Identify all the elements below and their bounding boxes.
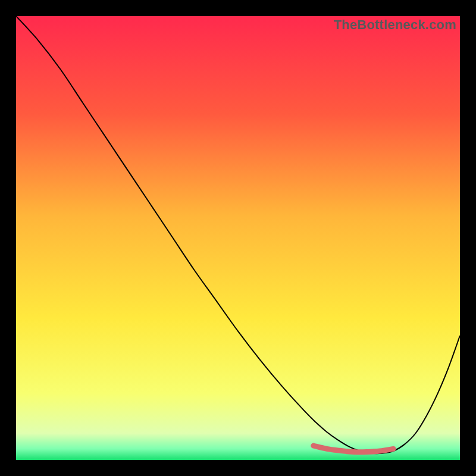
gradient-background xyxy=(16,16,460,460)
outer-frame: TheBottleneck.com xyxy=(0,0,476,476)
chart-svg xyxy=(16,16,460,460)
chart-plot-area: TheBottleneck.com xyxy=(16,16,460,460)
watermark-label: TheBottleneck.com xyxy=(334,17,456,33)
